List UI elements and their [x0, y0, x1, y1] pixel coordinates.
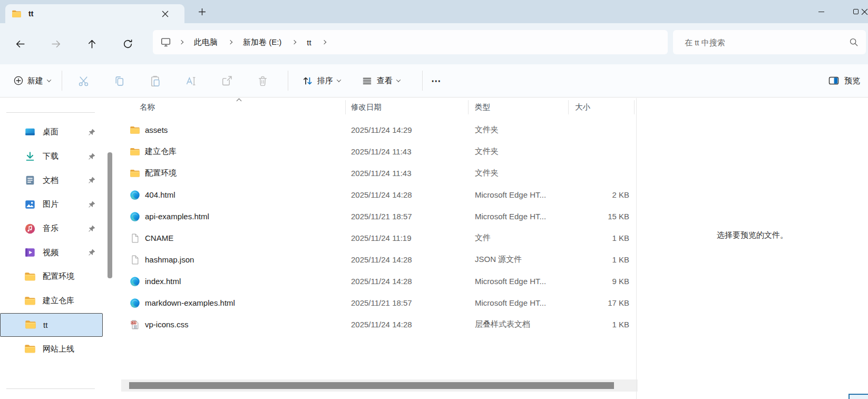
file-type: 文件夹 — [475, 125, 575, 135]
sort-button[interactable]: 排序 — [298, 70, 345, 91]
file-name: vp-icons.css — [145, 320, 189, 329]
breadcrumb-item-this-pc[interactable]: 此电脑 — [191, 35, 221, 50]
sidebar-divider — [6, 112, 95, 113]
table-row[interactable]: assets 2025/11/24 14:29 文件夹 — [121, 119, 636, 141]
this-pc-icon[interactable] — [160, 36, 172, 48]
file-type: 文件 — [475, 233, 575, 243]
table-row[interactable]: 404.html 2025/11/24 14:28 Microsoft Edge… — [121, 184, 636, 206]
new-tab-button[interactable] — [194, 4, 210, 20]
back-button[interactable] — [11, 34, 30, 53]
column-separator[interactable] — [468, 100, 469, 114]
column-header-size[interactable]: 大小 — [575, 102, 637, 112]
chevron-right-icon[interactable] — [179, 40, 183, 44]
search-box[interactable] — [673, 30, 866, 54]
file-date: 2025/11/21 18:57 — [351, 298, 475, 307]
sidebar-item-label: 下载 — [43, 151, 58, 161]
sidebar-scrollbar[interactable] — [108, 152, 112, 278]
chevron-right-icon[interactable] — [292, 40, 296, 44]
sidebar-item-peizhihuanjing[interactable]: 配置环境 — [0, 265, 103, 289]
sidebar-item-downloads[interactable]: 下载 — [0, 144, 103, 169]
table-row[interactable]: 配置环境 2025/11/24 11:43 文件夹 — [121, 162, 636, 184]
search-input[interactable] — [685, 38, 849, 47]
column-header-name[interactable]: 名称 — [130, 102, 351, 112]
file-date: 2025/11/24 11:43 — [351, 147, 475, 156]
close-window-button[interactable] — [856, 0, 868, 23]
column-separator[interactable] — [568, 100, 569, 114]
css-file-icon — [130, 319, 140, 330]
sort-icon — [302, 75, 313, 86]
search-icon[interactable] — [849, 37, 859, 47]
file-date: 2025/11/24 14:28 — [351, 255, 475, 264]
sidebar-item-pictures[interactable]: 图片 — [0, 192, 103, 217]
share-button[interactable] — [215, 70, 238, 91]
file-size: 1 KB — [575, 320, 637, 329]
tab-tt[interactable]: tt — [5, 4, 184, 23]
more-button[interactable]: ⋯ — [427, 70, 446, 91]
table-row[interactable]: CNAME 2025/11/24 11:19 文件 1 KB — [121, 227, 636, 249]
paste-button[interactable] — [143, 70, 167, 91]
sidebar-item-documents[interactable]: 文档 — [0, 168, 103, 192]
column-separator[interactable] — [345, 100, 346, 114]
video-icon — [24, 247, 36, 258]
refresh-icon — [122, 38, 133, 50]
preview-icon — [828, 75, 840, 86]
close-tab-icon[interactable] — [160, 9, 170, 18]
chevron-down-icon — [337, 77, 341, 82]
copy-button[interactable] — [108, 70, 131, 91]
rename-button[interactable] — [179, 70, 202, 91]
preview-empty-text: 选择要预览的文件。 — [717, 230, 788, 240]
folder-icon — [12, 9, 22, 19]
new-tab-icon — [198, 8, 206, 16]
view-button-label: 查看 — [377, 76, 393, 86]
new-button[interactable]: 新建 — [9, 70, 55, 91]
table-row[interactable]: hashmap.json 2025/11/24 14:28 JSON 源文件 1… — [121, 249, 636, 270]
file-date: 2025/11/21 18:57 — [351, 212, 475, 221]
chevron-down-icon — [396, 77, 401, 82]
sidebar-item-music[interactable]: 音乐 — [0, 217, 103, 241]
view-icon — [362, 75, 373, 86]
up-button[interactable] — [82, 34, 101, 53]
edge-icon — [130, 211, 140, 222]
folder-icon — [24, 271, 36, 283]
file-name: api-examples.html — [145, 212, 209, 221]
sidebar-item-label: 音乐 — [43, 223, 58, 233]
breadcrumb-item-drive-e[interactable]: 新加卷 (E:) — [240, 35, 285, 50]
file-name: CNAME — [145, 233, 173, 242]
table-row[interactable]: vp-icons.css 2025/11/24 14:28 层叠样式表文档 1 … — [121, 314, 636, 335]
minimize-button[interactable] — [809, 0, 833, 23]
tab-bar: tt — [0, 0, 868, 23]
horizontal-scrollbar[interactable] — [121, 379, 638, 392]
column-header-type[interactable]: 类型 — [475, 102, 575, 112]
sidebar-item-desktop[interactable]: 桌面 — [0, 120, 103, 144]
up-icon — [86, 38, 97, 50]
file-type: 层叠样式表文档 — [475, 319, 575, 329]
column-separator[interactable] — [634, 100, 635, 114]
rename-icon — [185, 75, 197, 87]
table-row[interactable]: index.html 2025/11/24 14:28 Microsoft Ed… — [121, 270, 636, 292]
file-explorer-window: tt — [0, 0, 868, 399]
breadcrumb-item-tt[interactable]: tt — [304, 36, 314, 49]
chevron-right-icon[interactable] — [228, 40, 232, 44]
preview-toggle-button[interactable]: 预览 — [828, 70, 868, 91]
table-row[interactable]: api-examples.html 2025/11/21 18:57 Micro… — [121, 206, 636, 227]
sidebar-item-wangzhanshangxian[interactable]: 网站上线 — [0, 337, 103, 361]
horizontal-scrollbar-thumb[interactable] — [129, 382, 614, 389]
refresh-button[interactable] — [118, 34, 137, 53]
sidebar-item-jianlicangku[interactable]: 建立仓库 — [0, 289, 103, 313]
sidebar-item-label: 桌面 — [43, 127, 58, 137]
folder-icon — [130, 147, 140, 157]
cut-button[interactable] — [72, 70, 95, 91]
column-header-date[interactable]: 修改日期 — [351, 102, 475, 112]
view-button[interactable]: 查看 — [357, 70, 404, 91]
table-row[interactable]: markdown-examples.html 2025/11/21 18:57 … — [121, 292, 636, 314]
chevron-right-icon[interactable] — [321, 40, 326, 44]
document-icon — [24, 174, 36, 186]
table-row[interactable]: 建立仓库 2025/11/24 11:43 文件夹 — [121, 141, 636, 162]
sidebar-item-videos[interactable]: 视频 — [0, 240, 103, 265]
pin-icon — [87, 128, 96, 137]
address-bar: 此电脑 新加卷 (E:) tt — [0, 23, 868, 64]
new-item-icon — [14, 76, 23, 85]
sidebar-item-tt[interactable]: tt — [0, 313, 103, 337]
delete-button[interactable] — [251, 70, 274, 91]
forward-button[interactable] — [46, 34, 65, 53]
